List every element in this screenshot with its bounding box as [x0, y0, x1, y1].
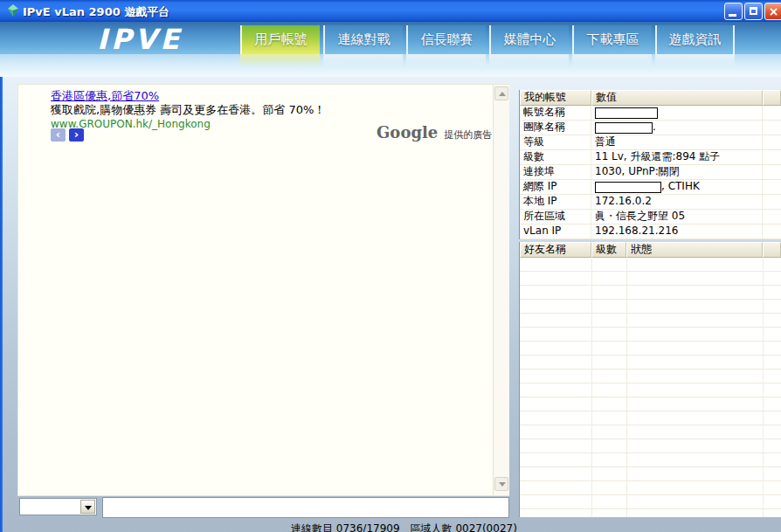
- ads-by-google-suffix: 提供的廣告: [444, 129, 492, 141]
- tab-user-account[interactable]: 用戶帳號: [240, 25, 320, 54]
- account-row-label: 團隊名稱: [520, 121, 591, 135]
- account-row-label: vLan IP: [520, 225, 591, 238]
- account-row-label: 網際 IP: [520, 180, 591, 194]
- account-row-value: 1030, UPnP:關閉: [591, 165, 763, 179]
- account-row-extra: [763, 195, 781, 209]
- tab-glow-user-account: [240, 54, 320, 67]
- friends-header-col3[interactable]: [763, 242, 781, 258]
- scroll-up-button[interactable]: [494, 86, 508, 100]
- account-row-label: 帳號名稱: [520, 106, 591, 120]
- tab-media-center[interactable]: 媒體中心: [489, 25, 569, 54]
- account-row-extra: [763, 121, 781, 135]
- account-row-label: 等級: [520, 135, 591, 149]
- maximize-icon: [750, 7, 757, 15]
- redacted-value-box: [595, 122, 653, 134]
- column-divider: [591, 258, 592, 517]
- chevron-down-icon: [499, 482, 506, 487]
- friends-table-body[interactable]: [520, 258, 781, 517]
- account-row-grade: 級數11 Lv, 升級還需:894 點子: [520, 150, 781, 165]
- tab-download-zone[interactable]: 下載專區: [572, 25, 652, 54]
- account-row-label: 本地 IP: [520, 195, 591, 209]
- account-row-value: 普通: [591, 135, 763, 149]
- redacted-value-box: [595, 182, 661, 193]
- account-row-extra: [763, 180, 781, 194]
- account-row-value: 172.16.0.2: [591, 195, 763, 209]
- redacted-value-box: [595, 107, 658, 119]
- column-divider: [763, 258, 764, 517]
- account-row-value: 11 Lv, 升級還需:894 點子: [591, 150, 763, 164]
- dropdown-arrow-button[interactable]: [80, 500, 95, 514]
- friends-header-col2[interactable]: 狀態: [626, 242, 763, 258]
- ipve-logo: IPVE: [52, 26, 227, 52]
- chat-message-input[interactable]: [102, 497, 509, 518]
- account-row-extra: [763, 165, 781, 179]
- account-row-account-name: 帳號名稱: [520, 106, 781, 121]
- account-header-col1[interactable]: 數值: [591, 90, 763, 106]
- chat-target-dropdown[interactable]: [19, 498, 97, 515]
- minimize-button[interactable]: [724, 3, 743, 20]
- account-row-wan-ip: 網際 IP, CTIHK: [520, 180, 781, 195]
- account-row-value: 192.168.21.216: [591, 225, 763, 238]
- chevron-up-icon: [499, 92, 506, 96]
- close-icon: ×: [769, 4, 779, 18]
- tab-game-info[interactable]: 遊戲資訊: [655, 25, 735, 54]
- tab-glow-online-battle: [323, 54, 403, 67]
- account-header-col2[interactable]: [763, 90, 781, 106]
- tab-online-battle[interactable]: 連線對戰: [323, 25, 403, 54]
- account-row-level: 等級普通: [520, 135, 781, 150]
- window-title: IPvE vLan 2900 遊戲平台: [23, 4, 169, 20]
- scroll-down-button[interactable]: [494, 477, 508, 491]
- tab-glow-media-center: [489, 54, 569, 67]
- chevron-down-icon: [85, 506, 92, 510]
- friends-table-header: 好友名稱級數狀態: [520, 242, 781, 258]
- account-row-label: 所在區域: [520, 210, 591, 224]
- maximize-button[interactable]: [744, 3, 763, 20]
- vertical-scrollbar[interactable]: [493, 85, 509, 495]
- friends-table: 好友名稱級數狀態: [519, 242, 781, 517]
- account-row-vlan-ip: vLan IP192.168.21.216: [520, 225, 781, 239]
- account-row-label: 級數: [520, 150, 591, 164]
- close-button[interactable]: ×: [764, 3, 781, 20]
- tab-glow-game-info: [655, 54, 735, 67]
- ad-next-button[interactable]: ›: [69, 128, 84, 142]
- account-header-col0[interactable]: 我的帳號: [520, 90, 591, 106]
- account-row-port: 連接埠1030, UPnP:關閉: [520, 165, 781, 180]
- column-divider: [626, 258, 627, 517]
- app-gem-icon: [6, 3, 20, 17]
- account-table-header: 我的帳號數值: [520, 90, 781, 106]
- tab-glow-nobunaga-league: [406, 54, 486, 67]
- tab-glow-download-zone: [572, 54, 652, 67]
- account-row-region: 所在區域眞・信長之野望 05: [520, 210, 781, 225]
- account-row-local-ip: 本地 IP172.16.0.2: [520, 195, 781, 210]
- connection-status-text: 連線數目 0736/17909 區域人數 0027(0027): [291, 522, 517, 532]
- minimize-icon: [729, 14, 736, 17]
- account-row-extra: [763, 106, 781, 120]
- friends-header-col1[interactable]: 級數: [591, 242, 626, 258]
- ads-by-google-label: Google提供的廣告: [377, 123, 492, 142]
- account-row-value: [591, 106, 763, 120]
- account-row-team-name: 團隊名稱.: [520, 121, 781, 135]
- ad-prev-button[interactable]: ‹: [51, 128, 66, 142]
- window-border-left: [0, 22, 3, 532]
- account-row-value: 眞・信長之野望 05: [591, 210, 763, 224]
- friends-header-col0[interactable]: 好友名稱: [520, 242, 591, 258]
- account-info-table: 我的帳號數值 帳號名稱團隊名稱.等級普通級數11 Lv, 升級還需:894 點子…: [519, 90, 781, 239]
- account-row-value: .: [591, 121, 763, 135]
- ad-body-text: 獲取戲院,購物優惠券 壽司及更多在香港。節省 70%！: [51, 102, 325, 118]
- account-row-extra: [763, 135, 781, 149]
- title-bar[interactable]: IPvE vLan 2900 遊戲平台 ×: [0, 0, 781, 22]
- google-logo: Google: [377, 123, 438, 142]
- account-row-extra: [763, 150, 781, 164]
- account-row-extra: [763, 225, 781, 238]
- account-row-extra: [763, 210, 781, 224]
- account-table-body: 帳號名稱團隊名稱.等級普通級數11 Lv, 升級還需:894 點子連接埠1030…: [520, 106, 781, 239]
- ad-content-panel: 香港區優惠,節省70% 獲取戲院,購物優惠券 壽司及更多在香港。節省 70%！ …: [17, 84, 509, 496]
- account-row-value: , CTIHK: [591, 180, 763, 194]
- tab-nobunaga-league[interactable]: 信長聯賽: [406, 25, 486, 54]
- account-row-label: 連接埠: [520, 165, 591, 179]
